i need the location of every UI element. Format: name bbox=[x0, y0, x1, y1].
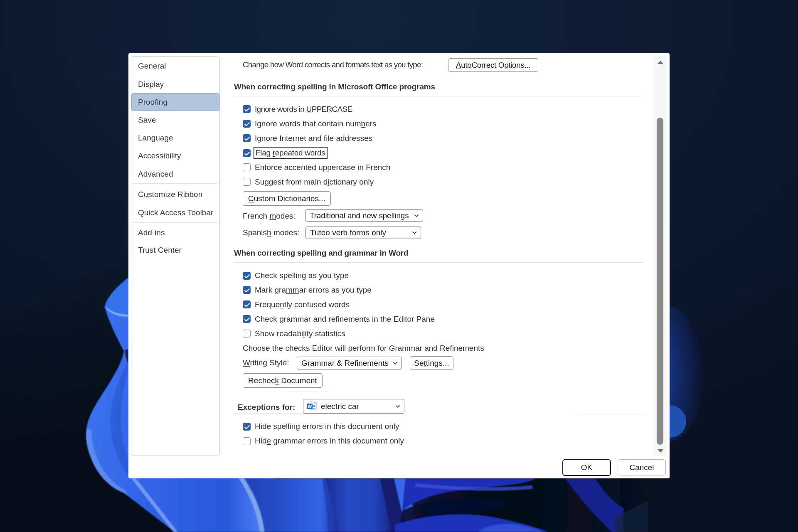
svg-text:W: W bbox=[308, 404, 312, 409]
